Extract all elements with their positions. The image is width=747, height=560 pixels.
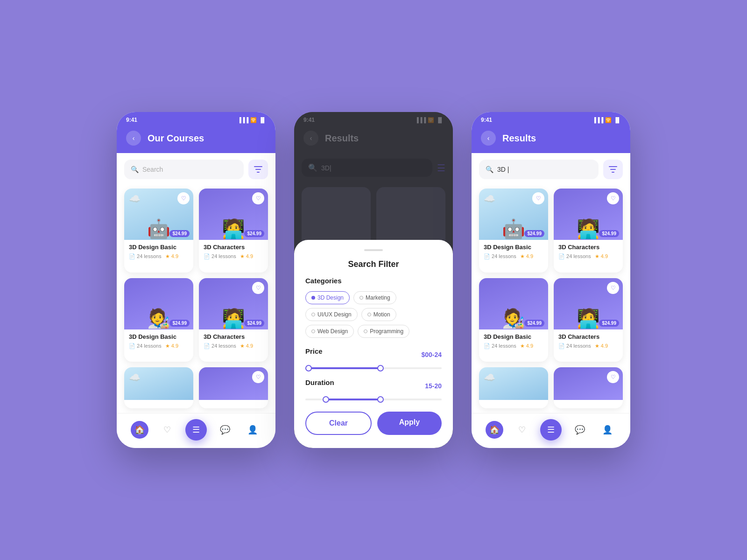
price-tag: $24.99 bbox=[244, 320, 264, 327]
svg-rect-0 bbox=[254, 166, 262, 167]
price-filter: Price $00-24 bbox=[305, 347, 442, 369]
nav-menu-right[interactable]: ☰ bbox=[540, 419, 562, 441]
chip-dot bbox=[364, 329, 367, 333]
cloud-icon: ☁️ bbox=[129, 193, 141, 204]
price-thumb-min[interactable] bbox=[305, 365, 312, 371]
nav-heart-left[interactable]: ♡ bbox=[158, 421, 176, 439]
nav-heart-right[interactable]: ♡ bbox=[513, 421, 531, 439]
search-input-left[interactable]: 🔍 Search bbox=[124, 160, 244, 179]
duration-thumb-max[interactable] bbox=[377, 396, 384, 403]
clear-button[interactable]: Clear bbox=[305, 412, 372, 435]
filter-modal: Search Filter Categories 3D Design Marke… bbox=[294, 240, 453, 448]
chip-label: Marketing bbox=[366, 294, 390, 301]
price-thumb-max[interactable] bbox=[377, 365, 384, 371]
chip-label: Motion bbox=[374, 311, 390, 318]
svg-rect-5 bbox=[612, 172, 614, 173]
duration-thumb-min[interactable] bbox=[323, 396, 329, 403]
course-image: ♡ bbox=[199, 367, 268, 400]
course-meta: 📄 24 lessons ★ 4.9 bbox=[484, 253, 543, 259]
nav-user-right[interactable]: 👤 bbox=[599, 421, 616, 439]
list-item[interactable]: ♡ bbox=[199, 367, 268, 408]
favorite-icon[interactable]: ♡ bbox=[252, 192, 264, 204]
list-item[interactable]: ♡ $24.99 🧑‍💻 3D Characters 📄 24 lessons … bbox=[554, 278, 623, 362]
status-bar-left: 9:41 ▐▐▐ 🛜 ▐▌ bbox=[117, 112, 275, 126]
cloud-icon: ☁️ bbox=[484, 372, 495, 383]
filter-button-left[interactable] bbox=[248, 160, 268, 179]
chip-label: UI/UX Design bbox=[317, 311, 352, 318]
screens-container: 9:41 ▐▐▐ 🛜 ▐▌ ‹ Our Courses 🔍 Search bbox=[98, 84, 649, 476]
duration-label: Duration bbox=[305, 378, 334, 386]
price-tag: $24.99 bbox=[599, 320, 619, 327]
rating: ★ 4.9 bbox=[240, 343, 253, 349]
search-placeholder-left: Search bbox=[142, 166, 163, 173]
chip-uiux[interactable]: UI/UX Design bbox=[305, 308, 358, 321]
list-item[interactable]: ♡ $24.99 🤖 ☁️ 3D Design Basic 📄 24 lesso… bbox=[479, 189, 548, 273]
back-button-left[interactable]: ‹ bbox=[126, 131, 141, 146]
nav-menu-left[interactable]: ☰ bbox=[185, 419, 207, 441]
battery-icon: ▐▌ bbox=[259, 117, 266, 123]
rating: ★ 4.9 bbox=[520, 253, 533, 259]
course-title: 3D Characters bbox=[204, 244, 263, 251]
course-info: 3D Design Basic 📄 24 lessons ★ 4.9 bbox=[479, 240, 548, 264]
svg-rect-4 bbox=[610, 169, 616, 170]
course-meta: 📄 24 lessons ★ 4.9 bbox=[129, 343, 189, 349]
favorite-icon[interactable]: ♡ bbox=[177, 192, 190, 204]
list-item[interactable]: ♡ bbox=[554, 367, 623, 408]
search-icon-right: 🔍 bbox=[486, 166, 493, 173]
favorite-icon[interactable]: ♡ bbox=[252, 282, 264, 294]
list-item[interactable]: ♡ $24.99 🤖 ☁️ 3D Design Basic 📄 24 lesso… bbox=[124, 189, 193, 273]
nav-chat-right[interactable]: 💬 bbox=[571, 421, 589, 439]
course-image: ☁️ bbox=[479, 367, 548, 400]
back-button-right[interactable]: ‹ bbox=[481, 131, 496, 146]
favorite-icon[interactable]: ♡ bbox=[607, 371, 619, 383]
header-left: ‹ Our Courses bbox=[117, 126, 275, 153]
course-image: ♡ $24.99 🤖 ☁️ bbox=[124, 189, 193, 240]
status-bar-right: 9:41 ▐▐▐ 🛜 ▐▌ bbox=[472, 112, 630, 126]
course-illustration: 🧑‍💻 bbox=[222, 308, 245, 329]
duration-slider[interactable] bbox=[305, 399, 442, 400]
rating: ★ 4.9 bbox=[240, 253, 253, 259]
chip-label: Programming bbox=[370, 328, 403, 335]
list-item[interactable]: ♡ $24.99 🧑‍💻 3D Characters 📄 24 lessons … bbox=[199, 189, 268, 273]
course-info: 3D Design Basic 📄 24 lessons ★ 4.9 bbox=[124, 329, 193, 354]
course-info: 3D Characters 📄 24 lessons ★ 4.9 bbox=[554, 240, 623, 264]
wifi-icon: 🛜 bbox=[250, 117, 257, 123]
chip-dot bbox=[359, 296, 363, 300]
list-item[interactable]: ♡ $24.99 🧑‍💻 3D Characters 📄 24 lessons … bbox=[199, 278, 268, 362]
list-item[interactable]: $24.99 🧑‍🎨 3D Design Basic 📄 24 lessons … bbox=[479, 278, 548, 362]
rating: ★ 4.9 bbox=[595, 343, 608, 349]
search-input-right[interactable]: 🔍 3D | bbox=[479, 160, 599, 179]
svg-rect-3 bbox=[609, 166, 617, 167]
list-item[interactable]: $24.99 🧑‍🎨 3D Design Basic 📄 24 lessons … bbox=[124, 278, 193, 362]
modal-actions: Clear Apply bbox=[305, 412, 442, 435]
bottom-nav-left: 🏠 ♡ ☰ 💬 👤 bbox=[117, 413, 275, 448]
filter-button-right[interactable] bbox=[603, 160, 623, 179]
price-tag: $24.99 bbox=[169, 230, 190, 237]
nav-home-right[interactable]: 🏠 bbox=[486, 421, 503, 439]
search-value-right: 3D | bbox=[497, 166, 509, 173]
list-item[interactable]: ♡ $24.99 🧑‍💻 3D Characters 📄 24 lessons … bbox=[554, 189, 623, 273]
price-label: Price bbox=[305, 347, 323, 355]
course-illustration: 🧑‍💻 bbox=[222, 218, 245, 240]
list-item[interactable]: ☁️ bbox=[479, 367, 548, 408]
chip-webdesign[interactable]: Web Design bbox=[305, 325, 354, 338]
price-slider[interactable] bbox=[305, 367, 442, 369]
chip-programming[interactable]: Programming bbox=[358, 325, 409, 338]
list-item[interactable]: ☁️ bbox=[124, 367, 193, 408]
favorite-icon[interactable]: ♡ bbox=[607, 192, 619, 204]
nav-home-left[interactable]: 🏠 bbox=[131, 421, 148, 439]
rating: ★ 4.9 bbox=[520, 343, 533, 349]
favorite-icon[interactable]: ♡ bbox=[607, 282, 619, 294]
nav-user-left[interactable]: 👤 bbox=[244, 421, 261, 439]
apply-button[interactable]: Apply bbox=[377, 412, 442, 435]
favorite-icon[interactable]: ♡ bbox=[252, 371, 264, 383]
course-image: ♡ $24.99 🧑‍💻 bbox=[554, 278, 623, 329]
chip-motion[interactable]: Motion bbox=[361, 308, 396, 321]
nav-chat-left[interactable]: 💬 bbox=[216, 421, 234, 439]
course-meta: 📄 24 lessons ★ 4.9 bbox=[484, 343, 543, 349]
favorite-icon[interactable]: ♡ bbox=[532, 192, 544, 204]
chip-marketing[interactable]: Marketing bbox=[353, 291, 396, 304]
chip-3d-design[interactable]: 3D Design bbox=[305, 291, 350, 304]
modal-handle bbox=[364, 249, 383, 251]
course-title: 3D Design Basic bbox=[484, 333, 543, 340]
